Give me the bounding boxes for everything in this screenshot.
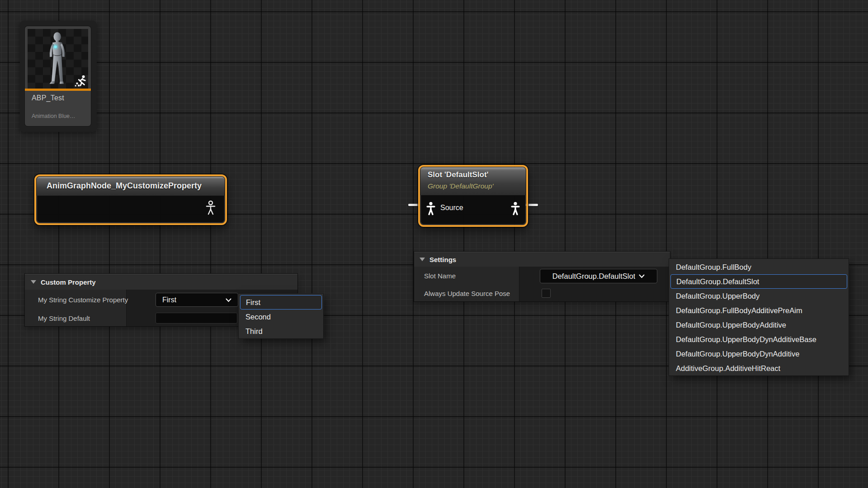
source-pin-label: Source — [440, 204, 463, 212]
slot-name-dropdown-menu: DefaultGroup.FullBody DefaultGroup.Defau… — [669, 259, 849, 375]
combo-value: First — [156, 296, 176, 304]
slot-node-title: Slot 'DefaultSlot' — [428, 170, 489, 179]
pose-output-pin-icon[interactable] — [205, 200, 217, 216]
menu-item[interactable]: DefaultGroup.UpperBodyDynAdditiveBase — [670, 332, 847, 347]
asset-card-abp-test[interactable]: ABP_Test Animation Blue… — [25, 26, 91, 126]
settings-row-slot-name: Slot Name DefaultGroup.DefaultSlot — [414, 267, 670, 286]
node-slot-defaultslot[interactable]: Slot 'DefaultSlot' Group 'DefaultGroup' … — [418, 165, 528, 227]
my-string-customize-combo[interactable]: First — [156, 293, 238, 307]
chevron-down-icon — [226, 298, 231, 302]
asset-type-color-stripe — [25, 89, 91, 91]
always-update-source-pose-checkbox[interactable] — [542, 289, 551, 298]
chevron-down-icon — [639, 274, 645, 278]
settings-row-always-update: Always Update Source Pose — [414, 286, 670, 301]
menu-item[interactable]: DefaultGroup.FullBody — [670, 260, 847, 274]
settings-panel: Settings Slot Name DefaultGroup.DefaultS… — [414, 252, 670, 301]
menu-item[interactable]: DefaultGroup.UpperBodyDynAdditive — [670, 347, 847, 361]
my-string-default-input[interactable] — [156, 313, 237, 324]
slot-node-group-subtitle: Group 'DefaultGroup' — [428, 182, 494, 190]
property-label: My String Customize Property — [38, 296, 128, 304]
menu-item[interactable]: AdditiveGroup.AdditiveHitReact — [670, 361, 847, 375]
output-pose-pin-icon[interactable] — [509, 201, 521, 216]
menu-item-third[interactable]: Third — [240, 324, 322, 338]
node-animgraphnode-mycustomizeproperty[interactable]: AnimGraphNode_MyCustomizeProperty — [34, 174, 227, 225]
asset-title: ABP_Test — [32, 94, 64, 102]
menu-item[interactable]: DefaultGroup.FullBodyAdditivePreAim — [670, 303, 847, 318]
collapse-triangle-icon[interactable] — [420, 258, 425, 261]
combo-value: DefaultGroup.DefaultSlot — [552, 272, 635, 281]
wire-into-slot-source — [408, 204, 419, 206]
menu-item-first[interactable]: First — [240, 295, 322, 310]
menu-item[interactable]: DefaultGroup.UpperBodyAdditive — [670, 318, 847, 332]
settings-header: Settings — [429, 256, 456, 263]
slot-name-combo[interactable]: DefaultGroup.DefaultSlot — [540, 269, 657, 283]
anim-graph-canvas[interactable]: ABP_Test Animation Blue… AnimGraphNode_M… — [0, 0, 868, 488]
settings-label: Always Update Source Pose — [424, 290, 510, 297]
menu-item[interactable]: DefaultGroup.UpperBody — [670, 289, 847, 303]
source-pose-pin-icon[interactable] — [425, 201, 437, 216]
collapse-triangle-icon[interactable] — [31, 280, 36, 284]
animation-blueprint-run-icon — [74, 74, 87, 88]
asset-subtitle: Animation Blue… — [32, 113, 75, 119]
custom-property-dropdown-menu: First Second Third — [239, 294, 323, 338]
property-label: My String Default — [38, 314, 90, 322]
custom-property-header: Custom Property — [41, 278, 96, 286]
asset-thumbnail — [28, 29, 88, 89]
menu-item-selected[interactable]: DefaultGroup.DefaultSlot — [670, 274, 847, 289]
settings-label: Slot Name — [424, 272, 456, 280]
menu-item-second[interactable]: Second — [240, 310, 322, 324]
node-title: AnimGraphNode_MyCustomizeProperty — [47, 181, 202, 191]
